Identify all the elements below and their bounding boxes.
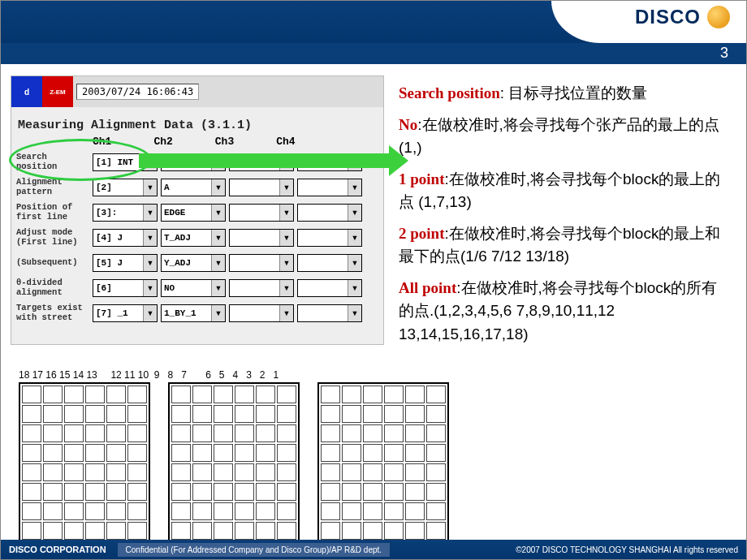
dropdown[interactable]: [4] J: [93, 229, 158, 247]
footer-copyright: ©2007 DISCO TECHNOLOGY SHANGHAI All righ…: [516, 545, 738, 554]
param-row: (Subsequent)[5] JY_ADJ: [11, 250, 383, 275]
zem-icon: Z-EM: [42, 76, 73, 107]
dropdown[interactable]: [229, 229, 294, 247]
block-grid: [168, 382, 300, 543]
dropdown[interactable]: T_ADJ: [161, 229, 226, 247]
dropdown[interactable]: [229, 279, 294, 297]
dropdown-value: Y_ADJ: [162, 258, 191, 268]
term-no: No: [399, 116, 417, 133]
param-row: Position of first line[3]:EDGE: [11, 200, 383, 225]
param-row: θ-divided alignment[6]NO: [11, 275, 383, 300]
dropdown[interactable]: EDGE: [161, 204, 226, 222]
dropdown[interactable]: [229, 254, 294, 272]
dropdown[interactable]: [7] _1: [93, 304, 158, 322]
param-label: Position of first line: [16, 203, 93, 222]
ch3-label: Ch3: [215, 136, 234, 148]
brand-text: DISCO: [635, 6, 701, 28]
dropdown[interactable]: [229, 304, 294, 322]
dropdown-value: NO: [162, 283, 175, 293]
term-1p: 1 point: [399, 170, 445, 187]
dropdown-value: [6]: [93, 283, 112, 293]
dropdown[interactable]: [5] J: [93, 254, 158, 272]
dropdown[interactable]: NO: [161, 279, 226, 297]
dropdown[interactable]: 1_BY_1: [161, 304, 226, 322]
brand-logo: DISCO: [635, 6, 730, 28]
screenshot-panel: d Z-EM 2003/07/24 16:06:43 Measuring Ali…: [11, 75, 384, 345]
term-all: All point: [399, 279, 456, 296]
slide: DISCO 3 d Z-EM 2003/07/24 16:06:43 Measu…: [0, 0, 747, 560]
footer-bar: DISCO CORPORATION Confidential (For Addr…: [1, 540, 746, 559]
dropdown-value: A: [162, 183, 170, 192]
dropdown[interactable]: [229, 204, 294, 222]
notes-panel: Search position: 目标寻找位置的数量 No:在做校准时,将会寻找…: [399, 82, 732, 354]
dropdown[interactable]: [297, 254, 362, 272]
globe-icon: [707, 6, 730, 28]
text-no: :在做校准时,将会寻找每个张产品的最上的点 (1,): [399, 116, 719, 157]
dropdown[interactable]: [2]: [93, 179, 158, 196]
param-label: θ-divided alignment: [16, 278, 93, 297]
dropdown-value: [4] J: [93, 233, 123, 243]
page-bar: 3: [1, 43, 746, 64]
param-row: Adjust mode (First line)[4] JT_ADJ: [11, 225, 383, 250]
dropdown-value: [3]:: [93, 208, 117, 218]
param-label: Targets exist with street: [16, 304, 93, 322]
dropdown[interactable]: Y_ADJ: [161, 254, 226, 272]
text-1p: :在做校准时,将会寻找每个block的最上的点 (1,7,13): [399, 170, 720, 211]
dropdown-value: 1_BY_1: [162, 308, 196, 318]
dropdown[interactable]: [297, 229, 362, 247]
text-2p: :在做校准时,将会寻找每个block的最上和最下的点(1/6 7/12 13/1…: [399, 225, 720, 265]
timestamp: 2003/07/24 16:06:43: [76, 84, 199, 100]
footer-corp: DISCO CORPORATION: [9, 545, 106, 554]
dropdown-value: [5] J: [93, 258, 123, 268]
disco-icon: d: [11, 76, 42, 107]
block-diagram: 18 17 16 15 14 13 12 11 10 9 8 7 6 5 4 3…: [19, 369, 449, 543]
dropdown[interactable]: [229, 179, 294, 196]
ch2-label: Ch2: [153, 136, 172, 148]
dropdown[interactable]: [297, 279, 362, 297]
header-bar: DISCO: [1, 1, 746, 45]
dropdown-value: T_ADJ: [162, 233, 191, 243]
dropdown-value: EDGE: [162, 208, 185, 218]
screenshot-title: Measuring Alignment Data (3.1.1): [11, 107, 383, 132]
block-grid: [19, 382, 150, 543]
dropdown[interactable]: [297, 179, 362, 196]
dropdown-value: [7] _1: [93, 308, 128, 318]
dropdown[interactable]: [6]: [93, 279, 158, 297]
dropdown[interactable]: A: [161, 179, 226, 196]
screenshot-header: d Z-EM 2003/07/24 16:06:43: [11, 76, 383, 107]
param-row: Targets exist with street[7] _11_BY_1: [11, 300, 383, 325]
text-sp: : 目标寻找位置的数量: [500, 84, 648, 101]
ch4-label: Ch4: [276, 136, 295, 148]
block-grid: [317, 382, 449, 543]
dropdown[interactable]: [297, 204, 362, 222]
green-arrow-icon: [139, 153, 391, 168]
dropdown[interactable]: [3]:: [93, 204, 158, 222]
dropdown-value: [2]: [93, 183, 112, 192]
dropdown[interactable]: [297, 304, 362, 322]
page-number: 3: [720, 45, 728, 62]
term-sp: Search position: [399, 84, 500, 101]
param-label: (Subsequent): [16, 258, 93, 268]
block-numbers: 18 17 16 15 14 13 12 11 10 9 8 7 6 5 4 3…: [19, 369, 449, 381]
footer-confidential: Confidential (For Addressed Company and …: [118, 543, 391, 557]
highlight-circle: [9, 139, 152, 181]
param-label: Adjust mode (First line): [16, 228, 93, 247]
term-2p: 2 point: [399, 225, 445, 242]
